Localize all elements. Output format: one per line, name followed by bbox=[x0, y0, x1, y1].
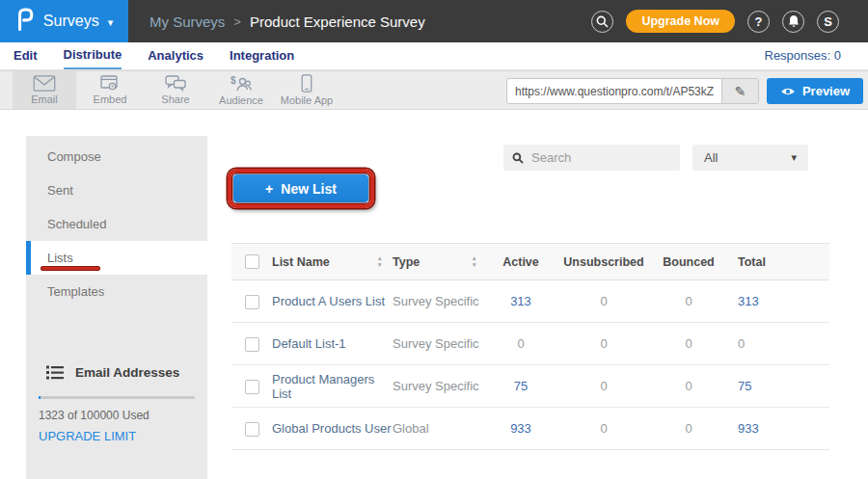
list-name-link[interactable]: Product A Users List bbox=[272, 294, 385, 308]
list-name-link[interactable]: Product Managers List bbox=[272, 372, 374, 401]
channel-embed[interactable]: Embed bbox=[78, 71, 142, 109]
new-list-button[interactable]: + New List bbox=[233, 174, 368, 202]
bounced-count: 0 bbox=[653, 408, 724, 450]
list-name-link[interactable]: Default List-1 bbox=[272, 336, 346, 351]
upgrade-now-button[interactable]: Upgrade Now bbox=[626, 10, 735, 33]
chevron-down-icon: ▾ bbox=[791, 151, 797, 164]
breadcrumb-my-surveys[interactable]: My Surveys bbox=[149, 13, 225, 30]
email-usage-text: 1323 of 100000 Used bbox=[39, 409, 195, 422]
mobile-app-icon bbox=[301, 74, 312, 93]
sidebar-item-lists[interactable]: Lists bbox=[26, 241, 207, 275]
channel-audience-label: Audience bbox=[219, 94, 263, 106]
row-checkbox[interactable] bbox=[245, 337, 259, 352]
top-bar: Surveys ▾ My Surveys > Product Experienc… bbox=[0, 0, 868, 42]
help-button[interactable]: ? bbox=[747, 11, 770, 33]
responses-count[interactable]: Responses: 0 bbox=[765, 42, 842, 69]
pencil-icon: ✎ bbox=[735, 84, 746, 99]
sidebar-item-templates[interactable]: Templates bbox=[26, 275, 207, 308]
list-type: Global bbox=[393, 408, 487, 450]
email-lists-table: List Name ▲▼ Type ▲▼ Active Unsubscribed… bbox=[231, 243, 829, 450]
total-count: 0 bbox=[724, 323, 829, 365]
sort-type-icon[interactable]: ▲▼ bbox=[472, 255, 477, 267]
row-checkbox[interactable] bbox=[245, 380, 259, 394]
select-all-checkbox[interactable] bbox=[245, 254, 259, 269]
preview-label: Preview bbox=[802, 84, 850, 98]
sidebar-item-scheduled[interactable]: Scheduled bbox=[26, 207, 207, 241]
breadcrumb-separator: > bbox=[233, 14, 241, 29]
channel-email-label: Email bbox=[31, 93, 58, 105]
total-count[interactable]: 313 bbox=[724, 280, 829, 323]
list-search-input[interactable] bbox=[531, 150, 671, 165]
row-checkbox[interactable] bbox=[245, 422, 259, 437]
active-count[interactable]: 75 bbox=[487, 365, 555, 408]
unsubscribed-count: 0 bbox=[555, 408, 653, 450]
list-icon bbox=[46, 365, 64, 380]
survey-tabs: Edit Distribute Analytics Integration Re… bbox=[0, 42, 868, 70]
channel-embed-label: Embed bbox=[94, 93, 127, 105]
share-icon bbox=[165, 75, 186, 92]
svg-text:$: $ bbox=[231, 75, 236, 86]
table-row: Global Products User Global 933 0 0 933 bbox=[231, 408, 829, 450]
eye-icon bbox=[780, 87, 796, 96]
unsubscribed-count: 0 bbox=[555, 323, 653, 365]
channel-audience[interactable]: $ Audience bbox=[209, 71, 273, 109]
audience-icon: $ bbox=[231, 75, 252, 93]
search-icon bbox=[512, 152, 524, 164]
sidebar-item-lists-label: Lists bbox=[47, 251, 73, 265]
email-icon bbox=[33, 75, 56, 92]
table-row: Default List-1 Survey Specific 0 0 0 0 bbox=[231, 323, 829, 365]
survey-url-input[interactable] bbox=[507, 85, 721, 98]
notifications-button[interactable] bbox=[782, 11, 804, 33]
tab-edit[interactable]: Edit bbox=[14, 43, 38, 68]
edit-url-button[interactable]: ✎ bbox=[721, 79, 758, 103]
search-button[interactable] bbox=[591, 11, 613, 33]
active-count[interactable]: 313 bbox=[487, 280, 555, 323]
channel-email[interactable]: Email bbox=[13, 71, 76, 109]
email-usage-bar bbox=[39, 396, 195, 399]
column-header-type: Type bbox=[393, 255, 420, 269]
email-addresses-title: Email Addresses bbox=[75, 365, 179, 380]
preview-button[interactable]: Preview bbox=[767, 78, 863, 104]
unsubscribed-count: 0 bbox=[555, 280, 653, 323]
column-header-total: Total bbox=[724, 244, 829, 280]
table-row: Product Managers List Survey Specific 75… bbox=[231, 365, 829, 408]
bounced-count: 0 bbox=[653, 323, 724, 365]
chevron-down-icon: ▾ bbox=[108, 16, 114, 29]
embed-icon bbox=[100, 75, 120, 92]
column-header-unsubscribed: Unsubscribed bbox=[555, 244, 653, 280]
plus-icon: + bbox=[265, 181, 273, 197]
page: Surveys ▾ My Surveys > Product Experienc… bbox=[0, 0, 868, 479]
total-count[interactable]: 75 bbox=[724, 365, 829, 408]
row-checkbox[interactable] bbox=[245, 295, 259, 309]
channel-share-label: Share bbox=[161, 93, 189, 105]
survey-url-field: ✎ bbox=[506, 78, 759, 104]
channel-share[interactable]: Share bbox=[144, 71, 207, 109]
breadcrumb: My Surveys > Product Experience Survey bbox=[149, 13, 425, 30]
active-count[interactable]: 933 bbox=[487, 408, 555, 450]
total-count[interactable]: 933 bbox=[724, 408, 829, 450]
sidebar-item-compose[interactable]: Compose bbox=[26, 140, 207, 173]
sidebar-item-sent[interactable]: Sent bbox=[26, 173, 207, 207]
email-addresses-section: Email Addresses 1323 of 100000 Used UPGR… bbox=[26, 359, 207, 443]
surveys-product-menu[interactable]: Surveys ▾ bbox=[0, 0, 128, 42]
new-list-button-label: New List bbox=[281, 181, 337, 197]
red-annotation-underline bbox=[41, 266, 100, 271]
upgrade-limit-link[interactable]: UPGRADE LIMIT bbox=[39, 429, 195, 443]
list-name-link[interactable]: Global Products User bbox=[272, 421, 392, 436]
product-menu-label: Surveys bbox=[43, 13, 99, 30]
sort-list-name-icon[interactable]: ▲▼ bbox=[377, 255, 383, 267]
user-avatar[interactable]: S bbox=[817, 11, 839, 33]
table-header-row: List Name ▲▼ Type ▲▼ Active Unsubscribed… bbox=[231, 244, 829, 280]
list-search-box bbox=[503, 145, 680, 171]
distribute-toolbar: Email Embed Share $ bbox=[0, 70, 868, 110]
tab-analytics[interactable]: Analytics bbox=[148, 43, 203, 68]
tab-integration[interactable]: Integration bbox=[230, 43, 294, 68]
channel-mobile-app[interactable]: Mobile App bbox=[275, 71, 339, 109]
questionpro-logo-icon bbox=[15, 7, 35, 36]
column-header-bounced: Bounced bbox=[653, 244, 724, 280]
bounced-count: 0 bbox=[653, 280, 724, 323]
column-header-list-name: List Name bbox=[272, 255, 330, 269]
list-filter-dropdown[interactable]: All ▾ bbox=[692, 145, 808, 171]
breadcrumb-survey-title: Product Experience Survey bbox=[250, 13, 425, 30]
tab-distribute[interactable]: Distribute bbox=[64, 42, 122, 69]
